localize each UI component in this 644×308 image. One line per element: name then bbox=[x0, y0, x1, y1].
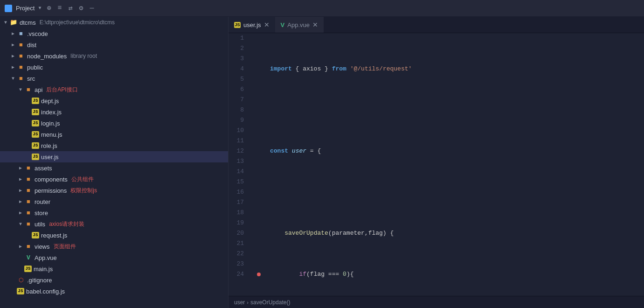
item-label: assets bbox=[35, 165, 52, 172]
project-dropdown-icon[interactable]: ▼ bbox=[38, 6, 41, 11]
sidebar-root[interactable]: ▼ 📁 dtcms E:\dtproject\vue\dtmicro\dtcms bbox=[0, 17, 228, 28]
status-bar: user › saveOrUpdate() bbox=[229, 296, 644, 308]
item-label: node_modules bbox=[27, 53, 67, 60]
sidebar-item-vscode[interactable]: ▶ ■ .vscode bbox=[0, 28, 228, 39]
line-number: 8 bbox=[229, 105, 244, 115]
code-content: import { axios } from '@/utils/request' bbox=[270, 64, 639, 74]
swap-icon[interactable]: ⇄ bbox=[69, 4, 73, 13]
sidebar-item-store[interactable]: ▶ ■ store bbox=[0, 207, 228, 218]
line-number: 5 bbox=[229, 74, 244, 84]
tab-label: user.js bbox=[243, 21, 261, 28]
code-line-1: import { axios } from '@/utils/request' bbox=[254, 64, 639, 74]
folder-icon: ■ bbox=[24, 198, 33, 205]
tab-close-button[interactable]: ✕ bbox=[264, 21, 270, 28]
line-number: 12 bbox=[229, 146, 244, 156]
sidebar-item-public[interactable]: ▶ ■ public bbox=[0, 62, 228, 73]
js-icon: JS bbox=[32, 131, 39, 138]
sidebar-item-node-modules[interactable]: ▶ ■ node_modules library root bbox=[0, 50, 228, 62]
item-label: babel.config.js bbox=[26, 288, 65, 295]
code-line-5: saveOrUpdate(parameter,flag) { bbox=[254, 228, 639, 238]
item-label: index.js bbox=[41, 109, 62, 116]
globe-icon[interactable]: ⊕ bbox=[47, 4, 51, 13]
chevron-right-icon: ▶ bbox=[17, 176, 24, 182]
code-content: saveOrUpdate(parameter,flag) { bbox=[270, 228, 639, 238]
js-icon: JS bbox=[24, 266, 32, 272]
item-label: main.js bbox=[34, 266, 53, 273]
code-content: const user = { bbox=[270, 146, 639, 156]
folder-icon: ■ bbox=[24, 210, 33, 216]
main-layout: ▼ 📁 dtcms E:\dtproject\vue\dtmicro\dtcms… bbox=[0, 17, 644, 308]
line-number: 13 bbox=[229, 156, 244, 167]
folder-icon: ■ bbox=[24, 165, 33, 171]
editor-tabs: JS user.js ✕ V App.vue ✕ bbox=[229, 17, 644, 33]
folder-icon: ■ bbox=[17, 64, 25, 70]
sidebar-item-login-js[interactable]: ▶ JS login.js bbox=[0, 118, 228, 129]
sidebar-item-request-js[interactable]: ▶ JS request.js bbox=[0, 230, 228, 241]
line-number: 2 bbox=[229, 43, 244, 54]
item-label: api bbox=[35, 86, 42, 93]
utils-annotation: axios请求封装 bbox=[49, 220, 84, 228]
status-method: saveOrUpdate() bbox=[250, 299, 290, 306]
components-annotation: 公共组件 bbox=[71, 175, 94, 183]
list-icon[interactable]: ≡ bbox=[58, 4, 62, 12]
sidebar-item-src[interactable]: ▼ ■ src bbox=[0, 73, 228, 84]
sidebar-item-app-vue[interactable]: ▶ V App.vue bbox=[0, 252, 228, 263]
line-number: 16 bbox=[229, 187, 244, 197]
sidebar-item-user-js[interactable]: ▶ JS user.js bbox=[0, 151, 228, 162]
tab-close-button[interactable]: ✕ bbox=[312, 21, 318, 28]
code-line-6: if(flag === 0){ bbox=[254, 269, 639, 280]
sidebar-item-main-js[interactable]: ▶ JS main.js bbox=[0, 263, 228, 274]
js-icon: JS bbox=[32, 142, 39, 149]
line-number: 22 bbox=[229, 249, 244, 259]
folder-icon: 📁 bbox=[9, 19, 18, 26]
sidebar-item-api[interactable]: ▼ ■ api 后台API接口 bbox=[0, 84, 228, 95]
tab-app-vue[interactable]: V App.vue ✕ bbox=[275, 17, 324, 33]
line-number: 10 bbox=[229, 126, 244, 136]
sidebar-item-role-js[interactable]: ▶ JS role.js bbox=[0, 140, 228, 151]
status-file: user bbox=[234, 299, 245, 306]
root-label: dtcms bbox=[20, 19, 36, 26]
sidebar-item-utils[interactable]: ▼ ■ utils axios请求封装 bbox=[0, 218, 228, 230]
tab-user-js[interactable]: JS user.js ✕ bbox=[229, 17, 275, 33]
item-label: dept.js bbox=[41, 98, 59, 105]
item-label: .vscode bbox=[27, 30, 48, 37]
chevron-right-icon: ▶ bbox=[9, 64, 17, 70]
chevron-right-icon: ▶ bbox=[9, 53, 17, 59]
sidebar-item-views[interactable]: ▶ ■ views 页面组件 bbox=[0, 241, 228, 252]
item-label: utils bbox=[35, 221, 45, 228]
sidebar-item-dist[interactable]: ▶ ■ dist bbox=[0, 39, 228, 50]
sidebar-item-router[interactable]: ▶ ■ router bbox=[0, 196, 228, 207]
item-label: views bbox=[35, 243, 50, 250]
project-icon bbox=[5, 5, 12, 12]
tab-vue-icon: V bbox=[281, 21, 285, 28]
line-number: 9 bbox=[229, 115, 244, 126]
sidebar-item-permissions[interactable]: ▶ ■ permissions 权限控制js bbox=[0, 185, 228, 196]
chevron-right-icon: ▶ bbox=[17, 244, 24, 249]
sidebar-item-menu-js[interactable]: ▶ JS menu.js bbox=[0, 129, 228, 140]
vue-icon: V bbox=[24, 254, 33, 261]
node-modules-tag: library root bbox=[70, 53, 97, 59]
minimize-icon[interactable]: — bbox=[90, 4, 94, 12]
js-icon: JS bbox=[32, 154, 39, 160]
folder-icon: ■ bbox=[17, 53, 25, 59]
settings-icon[interactable]: ⚙ bbox=[79, 4, 83, 13]
folder-icon: ■ bbox=[17, 30, 25, 37]
js-icon: JS bbox=[32, 120, 39, 126]
sidebar-item-assets[interactable]: ▶ ■ assets bbox=[0, 162, 228, 174]
title-bar-left: Project ▼ bbox=[5, 5, 41, 12]
sidebar-item-babel-config[interactable]: ▶ JS babel.config.js bbox=[0, 286, 228, 297]
sidebar-item-dept-js[interactable]: ▶ JS dept.js bbox=[0, 95, 228, 106]
sidebar-item-index-js[interactable]: ▶ JS index.js bbox=[0, 106, 228, 118]
title-bar: Project ▼ ⊕ ≡ ⇄ ⚙ — bbox=[0, 0, 644, 17]
item-label: src bbox=[27, 75, 35, 82]
code-editor[interactable]: import { axios } from '@/utils/request' … bbox=[249, 33, 644, 296]
code-line-4 bbox=[254, 187, 639, 197]
editor-content[interactable]: 1 2 3 4 5 6 7 8 9 10 11 12 13 14 15 16 1… bbox=[229, 33, 644, 296]
sidebar-item-gitignore[interactable]: ▶ ⬡ .gitignore bbox=[0, 274, 228, 286]
sidebar: ▼ 📁 dtcms E:\dtproject\vue\dtmicro\dtcms… bbox=[0, 17, 229, 308]
sidebar-item-components[interactable]: ▶ ■ components 公共组件 bbox=[0, 174, 228, 185]
line-number: 11 bbox=[229, 136, 244, 146]
line-number: 18 bbox=[229, 208, 244, 218]
js-icon: JS bbox=[32, 98, 39, 104]
item-label: login.js bbox=[41, 120, 60, 127]
